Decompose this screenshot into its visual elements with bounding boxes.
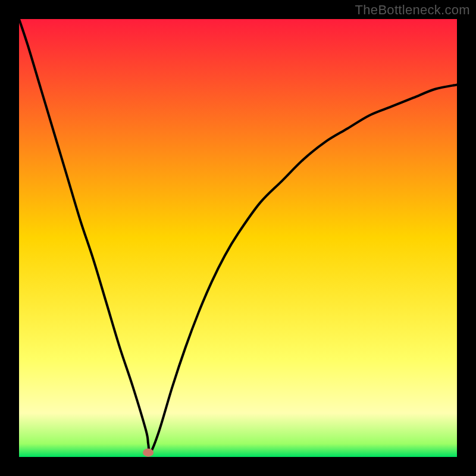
- watermark-text: TheBottleneck.com: [355, 2, 470, 18]
- chart-frame: TheBottleneck.com: [0, 0, 476, 476]
- plot-area: [19, 19, 457, 457]
- gradient-background: [19, 19, 457, 457]
- chart-svg: [19, 19, 457, 457]
- optimal-point-marker: [143, 449, 154, 457]
